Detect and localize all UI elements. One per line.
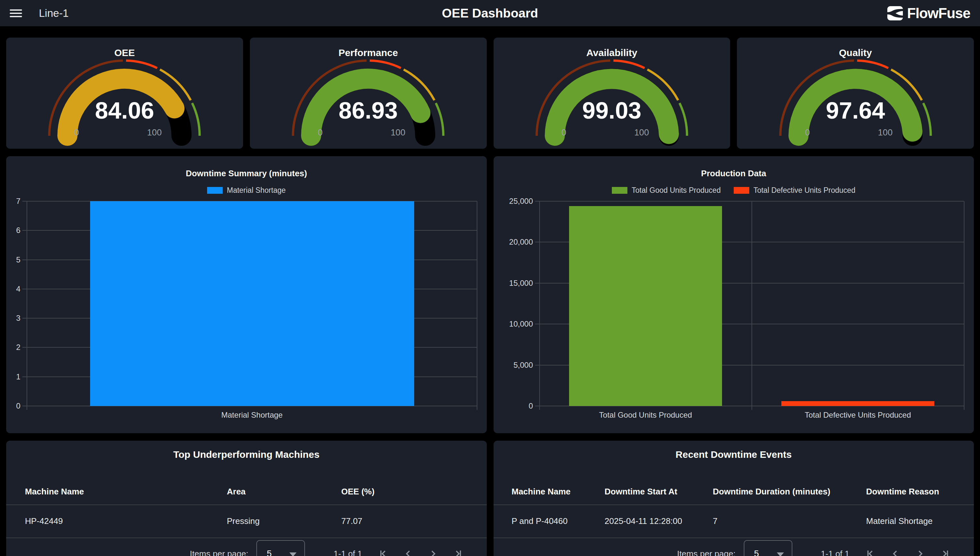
pagination-range: 1-1 of 1 [333,549,362,556]
gauge-card-availability: Availability 99.03 0 100 [493,37,731,149]
chart-legend: Total Good Units Produced Total Defectiv… [493,186,974,195]
gauge-max-label: 100 [878,128,893,138]
table-pagination: Items per page: 5 1-1 of 1 [6,538,464,556]
gauge-title: Availability [493,47,731,58]
x-tick [477,406,477,410]
bar-chart-plot: 01234567Material Shortage [27,201,477,406]
legend-item[interactable]: Total Defective Units Produced [734,186,855,195]
y-tick-label: 25,000 [509,196,533,207]
last-page-icon[interactable] [940,548,951,556]
gauge-title: Quality [737,47,974,58]
legend-item[interactable]: Material Shortage [207,186,286,195]
first-page-icon[interactable] [864,548,875,556]
dropdown-caret-icon [777,553,784,556]
last-page-icon[interactable] [453,548,464,556]
y-tick [23,230,27,231]
table-cell: P and P-40460 [512,516,605,526]
column-header: Area [227,486,341,497]
gauge-max-label: 100 [391,128,406,138]
items-per-page-select[interactable]: 5 [744,540,792,556]
column-header: Downtime Reason [866,486,974,497]
y-tick [535,242,540,242]
column-header: OEE (%) [341,486,487,497]
x-tick [752,406,752,410]
y-tick-label: 7 [16,196,20,207]
gauge-min-label: 0 [561,128,566,138]
next-page-icon[interactable] [915,548,926,556]
x-category-label: Material Shortage [27,411,477,420]
dropdown-caret-icon [289,553,296,556]
gauge-min-label: 0 [805,128,810,138]
table-row: P and P-404602025-04-11 12:28:007Materia… [493,504,974,538]
prev-page-icon[interactable] [889,548,901,556]
gauge-card-oee: OEE 84.06 0 100 [6,37,243,149]
table-cell: Pressing [227,516,341,526]
menu-icon[interactable] [10,10,22,17]
axis-line [752,201,752,406]
y-tick [23,260,27,260]
gauge-title: OEE [6,47,243,58]
y-tick-label: 0 [16,401,20,412]
legend-label: Total Defective Units Produced [754,186,855,195]
y-tick [535,324,540,324]
y-tick-label: 20,000 [509,236,533,247]
legend-swatch [612,187,627,194]
chart-title: Production Data [493,168,974,179]
y-tick [23,406,27,406]
flowfuse-logo: FlowFuse [887,5,970,21]
gauge-value: 99.03 [493,97,731,124]
downtime-summary-chart: Downtime Summary (minutes) Material Shor… [6,156,487,433]
axis-line [539,201,540,406]
y-tick-label: 5,000 [513,360,533,371]
y-tick-label: 4 [16,283,20,294]
table-pagination: Items per page: 5 1-1 of 1 [493,538,951,556]
prev-page-icon[interactable] [403,548,414,556]
y-tick-label: 10,000 [509,318,533,330]
axis-line [27,201,27,406]
y-tick [23,201,27,202]
y-tick-label: 5 [16,254,20,265]
column-header: Machine Name [512,486,605,497]
next-page-icon[interactable] [428,548,439,556]
chart-legend: Material Shortage [6,186,487,195]
y-tick-label: 6 [16,225,20,236]
bar[interactable] [90,201,414,406]
gauge-min-label: 0 [318,128,323,138]
legend-item[interactable]: Total Good Units Produced [612,186,721,195]
table-cell: 7 [713,516,866,526]
table-row-section: Top Underperforming Machines Machine Nam… [6,441,974,556]
y-tick-label: 15,000 [509,278,533,289]
gauge-value: 97.64 [737,97,974,124]
context-label: Line-1 [39,7,69,19]
bar[interactable] [781,401,934,406]
axis-line [964,201,964,406]
gauge-row: OEE 84.06 0 100 Performance 86.93 0 100 … [6,37,974,149]
y-tick [23,289,27,289]
first-page-icon[interactable] [377,548,388,556]
y-tick-label: 0 [529,401,533,412]
items-per-page-value: 5 [754,549,759,556]
chart-title: Downtime Summary (minutes) [6,168,487,179]
gauge-max-label: 100 [147,128,162,138]
table-header: Machine Name Area OEE (%) [6,479,487,504]
items-per-page-value: 5 [267,549,272,556]
y-tick [535,201,540,202]
bar[interactable] [569,206,722,406]
x-tick [539,406,540,410]
items-per-page-select[interactable]: 5 [256,540,305,556]
table-cell: 77.07 [341,516,487,526]
table-title: Top Underperforming Machines [6,449,487,460]
y-tick-label: 1 [16,371,20,382]
y-tick [23,377,27,377]
table-header: Machine Name Downtime Start At Downtime … [493,479,974,504]
table-title: Recent Downtime Events [493,449,974,460]
pagination-range: 1-1 of 1 [821,549,849,556]
x-category-label: Total Good Units Produced [540,411,752,420]
legend-swatch [734,187,749,194]
page-title: OEE Dashboard [0,6,980,20]
gauge-min-label: 0 [74,128,79,138]
legend-swatch [207,187,223,194]
flowfuse-icon [887,6,903,20]
y-tick [23,347,27,348]
brand-name: FlowFuse [907,5,970,21]
